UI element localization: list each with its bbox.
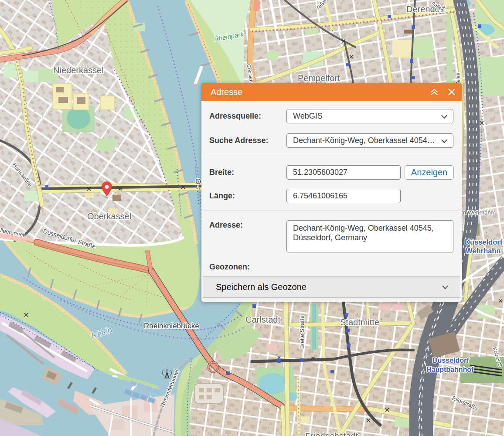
svg-text:Stadtmitte: Stadtmitte: [340, 317, 379, 327]
svg-text:Pempelfort: Pempelfort: [298, 73, 340, 83]
svg-text:Wehrhahn: Wehrhahn: [466, 247, 501, 255]
svg-text:Carlstadt: Carlstadt: [245, 315, 280, 324]
svg-text:Breite Straße: Breite Straße: [299, 315, 305, 349]
svg-text:Friedrichstadt: Friedrichstadt: [305, 431, 358, 436]
svg-text:Rheinkniebrücke: Rheinkniebrücke: [144, 322, 199, 330]
svg-text:Hauptbahnhof: Hauptbahnhof: [426, 366, 474, 373]
svg-text:Düsseldorf: Düsseldorf: [465, 238, 503, 246]
svg-text:O: O: [195, 177, 201, 186]
svg-text:Niederkassel: Niederkassel: [53, 65, 104, 75]
svg-text:n Wehrhahn: n Wehrhahn: [463, 209, 494, 216]
svg-text:Oberkassel: Oberkassel: [87, 211, 131, 221]
svg-text:Düsseldorf: Düsseldorf: [432, 357, 469, 364]
